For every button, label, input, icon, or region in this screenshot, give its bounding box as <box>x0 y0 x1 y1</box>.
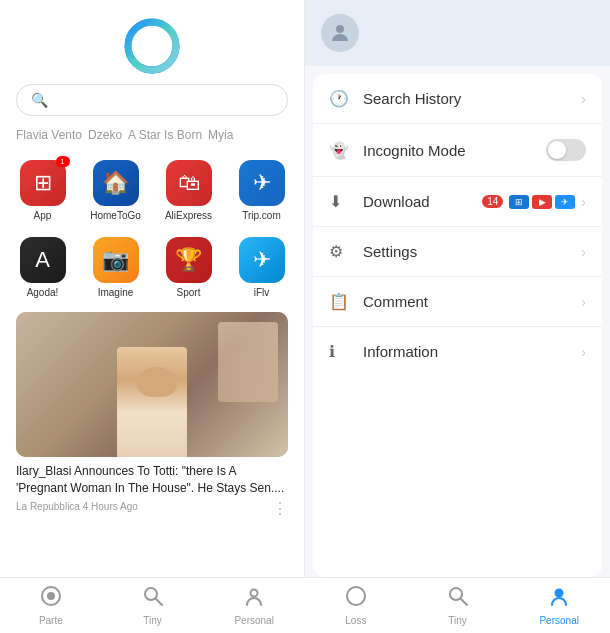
download-badge: 14 <box>482 195 503 208</box>
app-item-hometogo[interactable]: 🏠HomeToGo <box>81 154 150 227</box>
nav-item-tiny2[interactable]: Tiny <box>407 579 509 632</box>
right-panel: 🕐Search History›👻Incognito Mode⬇Download… <box>305 0 610 577</box>
app-item-tripcom[interactable]: ✈Trip.com <box>227 154 296 227</box>
main-container: 🔍 Flavia VentoDzekoA Star Is BornMyia ⊞1… <box>0 0 610 577</box>
menu-item-incognito[interactable]: 👻Incognito Mode <box>313 124 602 177</box>
menu-item-search-history[interactable]: 🕐Search History› <box>313 74 602 124</box>
app-item-aliexpress[interactable]: 🛍AliExpress <box>154 154 223 227</box>
chevron-icon: › <box>581 344 586 360</box>
nav-icon-personal <box>243 585 265 612</box>
mini-icon-2: ▶ <box>532 195 552 209</box>
app-icon-4: A <box>20 237 66 283</box>
incognito-right <box>546 139 586 161</box>
bottom-nav: ParteTinyPersonalLossTinyPersonal <box>0 577 610 633</box>
app-icon-2: 🛍 <box>166 160 212 206</box>
app-logo <box>124 18 180 74</box>
toggle-switch[interactable] <box>546 139 586 161</box>
menu-item-download[interactable]: ⬇Download14⊞▶✈› <box>313 177 602 227</box>
suggestion-3[interactable]: Myia <box>208 128 233 142</box>
app-label: Agoda! <box>27 287 59 298</box>
nav-label-loss: Loss <box>345 615 366 626</box>
suggestion-1[interactable]: Dzeko <box>88 128 122 142</box>
svg-line-8 <box>156 599 162 605</box>
search-bar[interactable]: 🔍 <box>16 84 288 116</box>
chevron-icon: › <box>581 294 586 310</box>
incognito-label: Incognito Mode <box>363 142 546 159</box>
menu-item-comment[interactable]: 📋Comment› <box>313 277 602 327</box>
app-icon-3: ✈ <box>239 160 285 206</box>
app-item-agoda[interactable]: AAgoda! <box>8 231 77 304</box>
app-item-app[interactable]: ⊞1App <box>8 154 77 227</box>
app-grid: ⊞1App🏠HomeToGo🛍AliExpress✈Trip.comAAgoda… <box>0 150 304 308</box>
nav-icon-personal2 <box>548 585 570 612</box>
search-suggestions: Flavia VentoDzekoA Star Is BornMyia <box>0 124 304 150</box>
app-icon-7: ✈ <box>239 237 285 283</box>
nav-item-home[interactable]: Parte <box>0 579 102 632</box>
comment-icon: 📋 <box>329 292 351 311</box>
chevron-icon: › <box>581 91 586 107</box>
suggestion-2[interactable]: A Star Is Born <box>128 128 202 142</box>
news-more-icon[interactable]: ⋮ <box>272 499 288 518</box>
search-history-label: Search History <box>363 90 581 107</box>
app-icon-5: 📷 <box>93 237 139 283</box>
svg-point-9 <box>251 590 258 597</box>
svg-point-7 <box>145 588 157 600</box>
toggle-knob <box>548 141 566 159</box>
nav-label-home: Parte <box>39 615 63 626</box>
download-mini-icons: ⊞▶✈ <box>509 195 575 209</box>
svg-point-2 <box>138 32 166 60</box>
search-icon: 🔍 <box>31 92 48 108</box>
news-source: La Repubblica 4 Hours Ago <box>0 499 304 514</box>
news-title: Ilary_Blasi Announces To Totti: "there I… <box>0 457 304 499</box>
app-icon-6: 🏆 <box>166 237 212 283</box>
app-icon-0: ⊞1 <box>20 160 66 206</box>
svg-point-11 <box>450 588 462 600</box>
nav-icon-home <box>40 585 62 612</box>
app-badge: 1 <box>56 156 70 167</box>
suggestion-0[interactable]: Flavia Vento <box>16 128 82 142</box>
nav-label-personal2: Personal <box>539 615 578 626</box>
news-section: Ilary_Blasi Announces To Totti: "there I… <box>0 312 304 577</box>
logo-area <box>0 0 304 84</box>
left-panel: 🔍 Flavia VentoDzekoA Star Is BornMyia ⊞1… <box>0 0 305 577</box>
comment-label: Comment <box>363 293 581 310</box>
nav-label-personal: Personal <box>234 615 273 626</box>
mini-icon-1: ⊞ <box>509 195 529 209</box>
app-item-imagine[interactable]: 📷Imagine <box>81 231 150 304</box>
user-header[interactable] <box>305 0 610 66</box>
nav-item-personal[interactable]: Personal <box>203 579 305 632</box>
app-label: iFlv <box>254 287 270 298</box>
nav-item-tiny[interactable]: Tiny <box>102 579 204 632</box>
nav-item-loss[interactable]: Loss <box>305 579 407 632</box>
nav-label-tiny: Tiny <box>143 615 162 626</box>
incognito-icon: 👻 <box>329 141 351 160</box>
download-label: Download <box>363 193 482 210</box>
information-icon: ℹ <box>329 342 351 361</box>
app-item-iflv[interactable]: ✈iFlv <box>227 231 296 304</box>
nav-icon-tiny2 <box>447 585 469 612</box>
app-label: Sport <box>177 287 201 298</box>
app-label: HomeToGo <box>90 210 141 221</box>
app-icon-1: 🏠 <box>93 160 139 206</box>
mini-icon-3: ✈ <box>555 195 575 209</box>
settings-right: › <box>581 244 586 260</box>
nav-icon-tiny <box>142 585 164 612</box>
avatar <box>321 14 359 52</box>
search-input[interactable] <box>54 92 273 108</box>
nav-label-tiny2: Tiny <box>448 615 467 626</box>
information-right: › <box>581 344 586 360</box>
information-label: Information <box>363 343 581 360</box>
search-history-icon: 🕐 <box>329 89 351 108</box>
menu-item-information[interactable]: ℹInformation› <box>313 327 602 376</box>
chevron-icon: › <box>581 244 586 260</box>
svg-point-13 <box>556 590 563 597</box>
app-label: Trip.com <box>242 210 281 221</box>
app-item-sport[interactable]: 🏆Sport <box>154 231 223 304</box>
menu-list: 🕐Search History›👻Incognito Mode⬇Download… <box>313 74 602 577</box>
news-thumbnail <box>16 312 288 457</box>
menu-item-settings[interactable]: ⚙Settings› <box>313 227 602 277</box>
download-icon: ⬇ <box>329 192 351 211</box>
app-label: Imagine <box>98 287 134 298</box>
chevron-icon: › <box>581 194 586 210</box>
nav-item-personal2[interactable]: Personal <box>508 579 610 632</box>
